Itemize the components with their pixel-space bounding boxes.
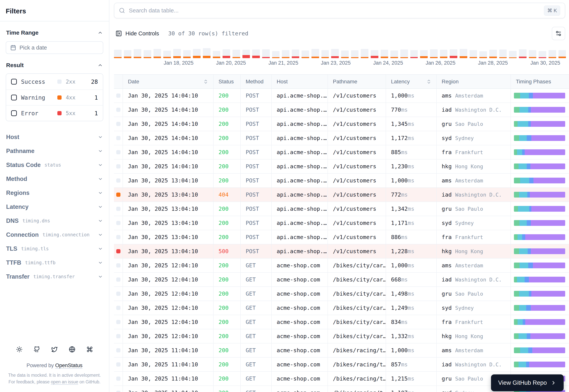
table-row[interactable]: Jan 30, 2025 12:04:10200GETacme-shop.com… xyxy=(114,301,569,315)
table-row[interactable]: Jan 30, 2025 13:04:10500POSTapi.acme-sho… xyxy=(114,244,569,259)
histogram-bar[interactable] xyxy=(400,50,408,58)
histogram-bar[interactable] xyxy=(460,49,467,58)
globe-icon[interactable] xyxy=(69,346,75,353)
table-row[interactable]: Jan 30, 2025 13:04:10200POSTapi.acme-sho… xyxy=(114,230,569,244)
sidebar-filter-dns[interactable]: DNStiming.dns xyxy=(0,214,109,228)
table-row[interactable]: Jan 30, 2025 11:04:10200GETacme-shop.com… xyxy=(114,343,569,358)
histogram-bar[interactable] xyxy=(242,50,250,58)
open-issue-link[interactable]: open an issue xyxy=(51,379,78,384)
sidebar-filter-regions[interactable]: Regions xyxy=(0,186,109,200)
histogram-bar[interactable] xyxy=(311,49,319,58)
histogram-bar[interactable] xyxy=(558,50,566,58)
histogram-bar[interactable] xyxy=(489,50,497,58)
checkbox[interactable] xyxy=(11,79,17,84)
table-row[interactable]: Jan 30, 2025 12:04:10200GETacme-shop.com… xyxy=(114,287,569,301)
histogram-bar[interactable] xyxy=(233,50,240,58)
histogram-bar[interactable] xyxy=(124,50,132,58)
histogram-bar[interactable] xyxy=(302,51,309,58)
table-row[interactable]: Jan 30, 2025 13:04:10404POSTapi.acme-sho… xyxy=(114,188,569,202)
histogram-bar[interactable] xyxy=(114,50,122,58)
sidebar-filter-connection[interactable]: Connectiontiming.connection xyxy=(0,228,109,242)
sidebar-filter-method[interactable]: Method xyxy=(0,172,109,186)
twitter-icon[interactable] xyxy=(51,346,58,353)
result-option-success[interactable]: Success2xx28 xyxy=(6,74,103,89)
histogram-bar[interactable] xyxy=(529,50,537,58)
histogram-bar[interactable] xyxy=(381,50,388,58)
histogram-bar[interactable] xyxy=(539,51,546,58)
histogram-bar[interactable] xyxy=(390,51,398,58)
table-row[interactable]: Jan 30, 2025 13:04:10200POSTapi.acme-sho… xyxy=(114,216,569,230)
histogram-bar[interactable] xyxy=(430,49,438,58)
histogram-bar[interactable] xyxy=(549,50,556,58)
histogram-bar[interactable] xyxy=(420,50,428,58)
table-row[interactable]: Jan 30, 2025 14:04:10200POSTapi.acme-sho… xyxy=(114,159,569,174)
histogram-bar[interactable] xyxy=(410,50,418,58)
result-section-toggle[interactable]: Result xyxy=(0,62,109,69)
histogram-bar[interactable] xyxy=(331,49,339,58)
sidebar-filter-tls[interactable]: TLStiming.tls xyxy=(0,242,109,256)
view-github-repo-button[interactable]: View GitHub Repo xyxy=(491,374,564,391)
histogram-bar[interactable] xyxy=(173,49,181,58)
histogram-bar[interactable] xyxy=(341,51,349,58)
table-row[interactable]: Jan 30, 2025 14:04:10200POSTapi.acme-sho… xyxy=(114,103,569,117)
histogram-bar[interactable] xyxy=(470,50,477,58)
sidebar-filter-status-code[interactable]: Status Codestatus xyxy=(0,158,109,172)
histogram-bar[interactable] xyxy=(134,49,141,58)
histogram-bar[interactable] xyxy=(222,49,230,58)
histogram-bar[interactable] xyxy=(292,50,299,58)
sidebar-filter-pathname[interactable]: Pathname xyxy=(0,144,109,158)
histogram-bar[interactable] xyxy=(499,50,507,58)
histogram-bar[interactable] xyxy=(450,49,457,58)
view-options-button[interactable] xyxy=(552,27,565,40)
table-row[interactable]: Jan 30, 2025 13:04:10200POSTapi.acme-sho… xyxy=(114,202,569,216)
sidebar-filter-transfer[interactable]: Transfertiming.transfer xyxy=(0,270,109,284)
table-row[interactable]: Jan 30, 2025 13:04:10200POSTapi.acme-sho… xyxy=(114,174,569,188)
sidebar-filter-ttfb[interactable]: TTFBtiming.ttfb xyxy=(0,256,109,270)
histogram-bar[interactable] xyxy=(213,51,221,58)
result-option-error[interactable]: Error5xx1 xyxy=(6,105,103,121)
histogram-bar[interactable] xyxy=(252,50,260,58)
openstatus-link[interactable]: OpenStatus xyxy=(55,363,83,368)
result-option-warning[interactable]: Warning4xx1 xyxy=(6,89,103,105)
column-header-latency[interactable]: Latency xyxy=(386,75,436,88)
histogram-bar[interactable] xyxy=(371,50,378,58)
histogram-bar[interactable] xyxy=(361,49,368,58)
histogram-bar[interactable] xyxy=(203,48,210,58)
search-bar: ⌘ K xyxy=(114,3,565,18)
checkbox[interactable] xyxy=(11,95,17,100)
sun-icon[interactable] xyxy=(16,346,23,353)
table-row[interactable]: Jan 30, 2025 12:04:10200GETacme-shop.com… xyxy=(114,315,569,329)
date-picker-button[interactable]: Pick a date xyxy=(6,41,103,54)
search-input[interactable] xyxy=(129,7,540,14)
column-header-date[interactable]: Date xyxy=(123,75,213,88)
histogram-bar[interactable] xyxy=(509,51,517,58)
histogram-bar[interactable] xyxy=(193,49,201,58)
histogram-bar[interactable] xyxy=(183,50,191,58)
histogram-bar[interactable] xyxy=(519,49,527,58)
hide-controls-button[interactable]: Hide Controls xyxy=(114,30,161,37)
histogram-bar[interactable] xyxy=(262,49,270,58)
histogram-bar[interactable] xyxy=(440,50,448,58)
sidebar-filter-latency[interactable]: Latency xyxy=(0,200,109,214)
table-row[interactable]: Jan 30, 2025 12:04:10200GETacme-shop.com… xyxy=(114,273,569,287)
histogram-bar[interactable] xyxy=(272,51,280,58)
checkbox[interactable] xyxy=(11,110,17,116)
histogram-bar[interactable] xyxy=(144,50,151,58)
table-row[interactable]: Jan 30, 2025 14:04:10200POSTapi.acme-sho… xyxy=(114,89,569,103)
table-row[interactable]: Jan 30, 2025 14:04:10200POSTapi.acme-sho… xyxy=(114,145,569,159)
histogram-bar[interactable] xyxy=(321,50,329,58)
histogram-bar[interactable] xyxy=(282,50,290,58)
table-row[interactable]: Jan 30, 2025 14:04:10200POSTapi.acme-sho… xyxy=(114,131,569,145)
table-row[interactable]: Jan 30, 2025 14:04:10200POSTapi.acme-sho… xyxy=(114,117,569,131)
github-icon[interactable] xyxy=(34,346,40,353)
sidebar-filter-host[interactable]: Host xyxy=(0,130,109,144)
table-row[interactable]: Jan 30, 2025 11:04:10200GETacme-shop.com… xyxy=(114,358,569,372)
table-row[interactable]: Jan 30, 2025 12:04:10200GETacme-shop.com… xyxy=(114,329,569,343)
histogram-bar[interactable] xyxy=(163,51,171,58)
time-range-section-toggle[interactable]: Time Range xyxy=(0,29,109,36)
command-icon[interactable] xyxy=(86,346,93,353)
table-row[interactable]: Jan 30, 2025 12:04:10200GETacme-shop.com… xyxy=(114,259,569,273)
histogram-bar[interactable] xyxy=(153,49,161,58)
histogram-bar[interactable] xyxy=(351,50,359,58)
histogram-bar[interactable] xyxy=(479,51,487,58)
